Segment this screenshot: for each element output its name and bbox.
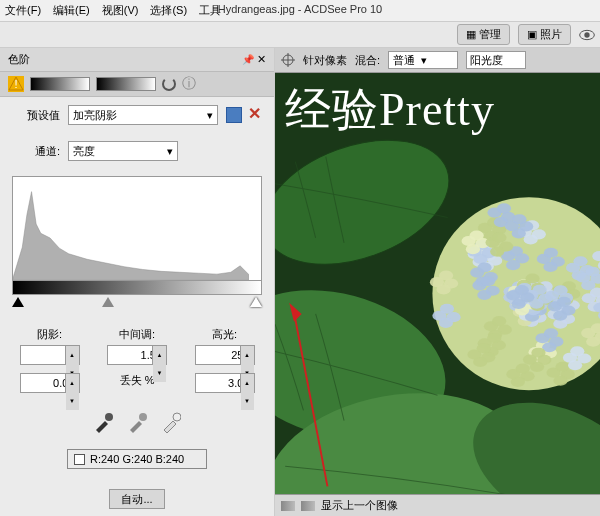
levels-slider[interactable] [12, 297, 262, 311]
svg-point-117 [544, 248, 558, 258]
preset-select[interactable]: 加亮阴影▾ [68, 105, 218, 125]
info-icon[interactable]: ⓘ [182, 75, 196, 93]
svg-point-225 [553, 285, 567, 295]
status-text: 显示上一个图像 [321, 498, 398, 513]
photo-button[interactable]: ▣照片 [518, 24, 571, 45]
svg-point-105 [497, 203, 511, 213]
auto-button[interactable]: 自动... [109, 489, 165, 509]
svg-point-221 [492, 233, 506, 243]
svg-point-1 [584, 32, 589, 37]
svg-point-141 [439, 270, 453, 280]
svg-point-6 [139, 413, 147, 421]
histogram [12, 176, 262, 281]
gradient-preview-2 [96, 77, 156, 91]
black-point-handle[interactable] [12, 297, 24, 307]
menu-view[interactable]: 视图(V) [102, 3, 139, 18]
target-label: 针对像素 [303, 53, 347, 68]
rgb-checkbox[interactable] [74, 454, 85, 465]
gray-eyedropper-icon[interactable] [127, 411, 147, 433]
svg-point-173 [512, 214, 526, 224]
menu-select[interactable]: 选择(S) [150, 3, 187, 18]
loss-label: 丢失 % [120, 373, 155, 388]
svg-point-93 [555, 362, 569, 372]
svg-point-85 [544, 328, 558, 338]
canvas-toolbar: 针对像素 混合: 普通▾ 阳光度 [275, 48, 600, 73]
midtone-input[interactable]: 1.57▲▼ [107, 345, 167, 365]
svg-point-215 [477, 290, 491, 300]
gradient-bar [12, 281, 262, 295]
panel-toolbar: ! ⓘ [0, 72, 274, 97]
delete-preset-icon[interactable]: ✕ [246, 107, 262, 123]
svg-point-219 [490, 247, 504, 257]
svg-point-109 [531, 348, 545, 358]
svg-point-209 [477, 262, 491, 272]
svg-point-169 [516, 363, 530, 373]
image-overlay-text: 经验Pretty [285, 79, 495, 141]
highlight-input[interactable]: 251▲▼ [195, 345, 255, 365]
refresh-icon[interactable] [162, 77, 176, 91]
highlight-label: 高光: [212, 327, 237, 342]
levels-panel: 色阶 📌 ✕ ! ⓘ 预设值 加亮阴影▾ ✕ 通道: 亮度▾ [0, 48, 275, 516]
gray-point-handle[interactable] [102, 297, 114, 307]
svg-point-231 [553, 310, 567, 320]
channel-label: 通道: [12, 144, 60, 159]
white-point-handle[interactable] [250, 297, 262, 307]
save-preset-icon[interactable] [226, 107, 242, 123]
svg-point-217 [481, 276, 495, 286]
white-eyedropper-icon[interactable] [161, 411, 181, 433]
mode-toolbar: ▦管理 ▣照片 [0, 22, 600, 48]
svg-point-41 [586, 267, 600, 277]
out-white-input[interactable]: 3.01▲▼ [195, 373, 255, 393]
svg-text:!: ! [14, 78, 17, 90]
close-icon[interactable]: ✕ [257, 53, 266, 65]
histogram-mini-icon[interactable] [281, 501, 295, 511]
shadow-label: 阴影: [37, 327, 62, 342]
svg-point-7 [173, 413, 181, 421]
exposure-field[interactable]: 阳光度 [466, 51, 526, 69]
pin-icon[interactable]: 📌 [242, 54, 254, 65]
svg-point-189 [470, 230, 484, 240]
image-canvas[interactable]: 经验Pretty [275, 73, 600, 494]
svg-point-101 [487, 333, 501, 343]
warning-icon[interactable]: ! [8, 76, 24, 92]
window-title: Hydrangeas.jpg - ACDSee Pro 10 [218, 3, 382, 15]
svg-point-205 [477, 343, 491, 353]
svg-marker-4 [13, 192, 249, 280]
histogram-mini-icon-2[interactable] [301, 501, 315, 511]
svg-point-233 [557, 297, 571, 307]
midtone-label: 中间调: [119, 327, 155, 342]
shadow-input[interactable]: 0▲▼ [20, 345, 80, 365]
svg-point-97 [440, 304, 454, 314]
blend-label: 混合: [355, 53, 380, 68]
out-black-input[interactable]: 0.00▲▼ [20, 373, 80, 393]
preset-label: 预设值 [12, 108, 60, 123]
black-eyedropper-icon[interactable] [93, 411, 113, 433]
blend-select[interactable]: 普通▾ [388, 51, 458, 69]
manage-button[interactable]: ▦管理 [457, 24, 510, 45]
svg-point-193 [525, 273, 539, 283]
svg-point-5 [105, 413, 113, 421]
svg-point-35 [506, 260, 520, 270]
svg-point-237 [515, 285, 529, 295]
svg-point-69 [492, 316, 506, 326]
canvas-status-bar: 显示上一个图像 [275, 494, 600, 516]
svg-point-149 [570, 346, 584, 356]
svg-point-25 [573, 256, 587, 266]
crosshair-icon[interactable] [281, 53, 295, 67]
menu-file[interactable]: 文件(F) [5, 3, 41, 18]
channel-select[interactable]: 亮度▾ [68, 141, 178, 161]
panel-title: 色阶 [8, 52, 30, 67]
rgb-readout: R:240 G:240 B:240 [67, 449, 207, 469]
gradient-preview-1 [30, 77, 90, 91]
eye-icon[interactable] [579, 29, 595, 41]
menu-edit[interactable]: 编辑(E) [53, 3, 90, 18]
